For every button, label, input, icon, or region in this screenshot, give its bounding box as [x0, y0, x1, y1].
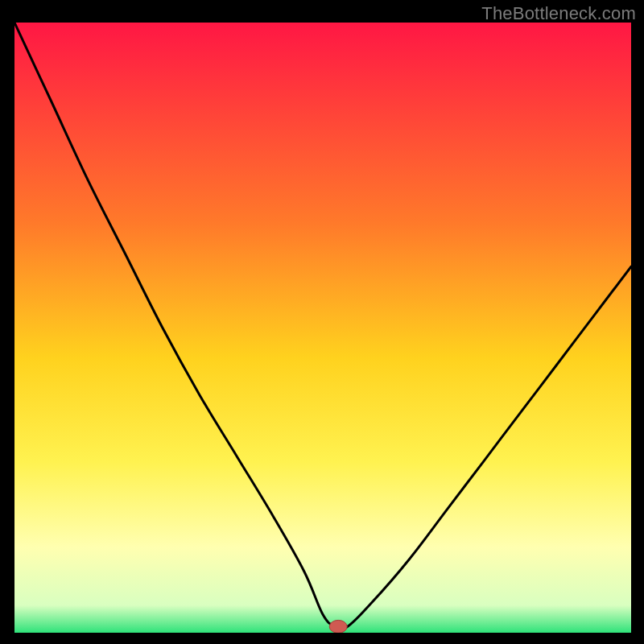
watermark-text: TheBottleneck.com	[481, 3, 636, 24]
gradient-background	[14, 23, 631, 633]
plot-area	[14, 23, 631, 633]
bottleneck-chart	[14, 23, 631, 633]
optimal-point-marker	[329, 620, 347, 633]
chart-frame: TheBottleneck.com	[0, 0, 644, 644]
